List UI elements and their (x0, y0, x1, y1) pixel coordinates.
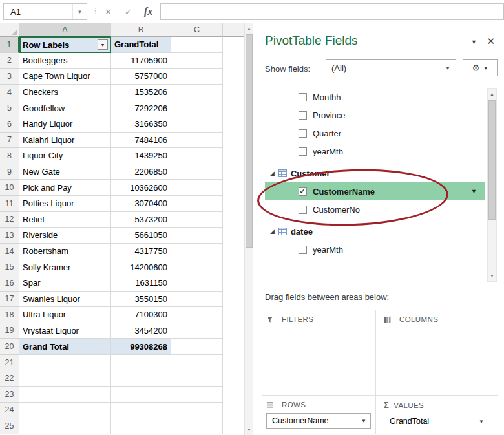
cell-customer-value[interactable]: 3454200 (111, 323, 171, 339)
rows-field-dropdown[interactable]: CustomerName ▼ (266, 413, 371, 429)
row-header-1[interactable]: 1 (0, 37, 19, 53)
field-row[interactable]: CustomerName▼ (265, 182, 485, 200)
columns-area[interactable]: COLUMNS (376, 310, 498, 395)
empty-cell[interactable] (19, 370, 111, 387)
name-box-dropdown-icon[interactable]: ▼ (72, 4, 87, 19)
insert-function-icon[interactable]: fx (138, 6, 158, 17)
row-header-20[interactable]: 20 (0, 339, 19, 355)
empty-cell[interactable] (171, 116, 223, 133)
cell-grandtotal-header[interactable]: GrandTotal (111, 37, 171, 53)
cell-grand-total-label[interactable]: Grand Total (19, 339, 111, 355)
empty-cell[interactable] (19, 403, 111, 419)
field-row[interactable]: Quarter (262, 124, 485, 142)
cell-customer-label[interactable]: New Gate (19, 164, 111, 180)
empty-cell[interactable] (171, 387, 223, 403)
empty-cell[interactable] (171, 292, 223, 308)
row-header-7[interactable]: 7 (0, 133, 19, 149)
empty-cell[interactable] (171, 85, 223, 101)
empty-cell[interactable] (171, 275, 223, 292)
cell-customer-value[interactable]: 11705900 (111, 53, 171, 69)
row-header-5[interactable]: 5 (0, 100, 19, 116)
empty-cell[interactable] (171, 180, 223, 196)
select-all-corner[interactable] (0, 23, 19, 37)
field-list-scrollbar[interactable]: ▲ ▼ (487, 88, 497, 282)
cell-customer-label[interactable]: Potties Liquor (19, 196, 111, 212)
row-header-2[interactable]: 2 (0, 53, 19, 69)
empty-cell[interactable] (171, 418, 223, 434)
tools-gear-button[interactable]: ⚙ ▼ (463, 59, 498, 76)
cell-customer-value[interactable]: 5373200 (111, 212, 171, 228)
table-expand-icon[interactable]: ◢ (270, 228, 275, 235)
cell-customer-value[interactable]: 4317750 (111, 244, 171, 260)
cell-customer-label[interactable]: Vrystaat Liquor (19, 323, 111, 339)
scroll-up-icon[interactable]: ▲ (488, 89, 496, 99)
row-header-10[interactable]: 10 (0, 180, 19, 196)
field-checkbox[interactable] (299, 129, 307, 138)
cancel-icon[interactable]: ✕ (98, 7, 118, 17)
field-checkbox[interactable] (299, 93, 307, 101)
cell-customer-value[interactable]: 14200600 (111, 259, 171, 275)
row-header-22[interactable]: 22 (0, 370, 19, 387)
field-table-row[interactable]: ◢Customer (262, 164, 485, 182)
cell-customer-label[interactable]: Riverside (19, 228, 111, 244)
cell-customer-label[interactable]: Cape Town Liquor (19, 69, 111, 85)
cell-customer-value[interactable]: 1535206 (111, 85, 171, 101)
table-expand-icon[interactable]: ◢ (270, 170, 275, 176)
row-header-9[interactable]: 9 (0, 164, 19, 180)
cell-customer-label[interactable]: Pick and Pay (19, 180, 111, 196)
filters-area[interactable]: FILTERS (262, 310, 376, 395)
row-header-15[interactable]: 15 (0, 259, 19, 275)
cell-customer-value[interactable]: 1439250 (111, 148, 171, 164)
row-header-11[interactable]: 11 (0, 196, 19, 212)
cell-customer-label[interactable]: Bootleggers (19, 53, 111, 69)
cell-customer-label[interactable]: Retief (19, 212, 111, 228)
empty-cell[interactable] (171, 148, 223, 164)
column-header-A[interactable]: A (19, 23, 111, 37)
formula-bar-input[interactable] (160, 3, 504, 20)
cell-customer-value[interactable]: 7292206 (111, 100, 171, 116)
row-header-18[interactable]: 18 (0, 307, 19, 323)
enter-icon[interactable]: ✓ (118, 7, 138, 17)
empty-cell[interactable] (171, 100, 223, 116)
empty-cell[interactable] (171, 164, 223, 180)
empty-cell[interactable] (19, 387, 111, 403)
scroll-down-icon[interactable]: ▼ (245, 425, 253, 434)
field-row[interactable]: yearMth (262, 142, 485, 160)
empty-cell[interactable] (171, 69, 223, 85)
field-checkbox[interactable] (299, 246, 307, 254)
cell-customer-value[interactable]: 1631150 (111, 275, 171, 292)
row-header-13[interactable]: 13 (0, 228, 19, 244)
chevron-down-icon[interactable]: ▼ (440, 65, 456, 71)
sheet-vertical-scrollbar[interactable]: ▲ ▼ (244, 23, 253, 435)
cell-customer-label[interactable]: Spar (19, 275, 111, 292)
empty-cell[interactable] (171, 244, 223, 260)
field-row[interactable]: yearMth (262, 240, 485, 259)
row-header-17[interactable]: 17 (0, 292, 19, 308)
field-row[interactable]: Monthh (262, 88, 485, 106)
scrollbar-thumb[interactable] (246, 34, 253, 248)
row-header-12[interactable]: 12 (0, 212, 19, 228)
column-header-B[interactable]: B (111, 23, 171, 37)
empty-cell[interactable] (171, 339, 223, 355)
empty-cell[interactable] (171, 355, 223, 371)
cell-customer-value[interactable]: 3550150 (111, 292, 171, 308)
cell-customer-label[interactable]: Robertsham (19, 244, 111, 260)
filter-dropdown-icon[interactable]: ▼ (98, 39, 108, 50)
row-header-8[interactable]: 8 (0, 148, 19, 164)
cell-customer-value[interactable]: 3166350 (111, 116, 171, 133)
cell-row-labels[interactable]: Row Labels▼ (19, 37, 111, 53)
scroll-down-icon[interactable]: ▼ (488, 271, 496, 281)
selected-field-dropdown-icon[interactable]: ▼ (471, 188, 477, 195)
empty-cell[interactable] (171, 228, 223, 244)
values-area[interactable]: Σ VALUES GrandTotal ▼ (376, 396, 498, 434)
pane-options-chevron-icon[interactable]: ▼ (471, 39, 477, 45)
cell-customer-label[interactable]: Goodfellow (19, 100, 111, 116)
cell-customer-label[interactable]: Ultra Liquor (19, 307, 111, 323)
field-table-row[interactable]: ◢datee (262, 222, 485, 240)
cell-customer-label[interactable]: Handy Liquor (19, 116, 111, 133)
cell-grand-total-value[interactable]: 99308268 (111, 339, 171, 355)
empty-cell[interactable] (171, 259, 223, 275)
scrollbar-thumb[interactable] (488, 100, 496, 220)
field-checkbox[interactable] (299, 147, 307, 156)
cell-customer-label[interactable]: Liquor City (19, 148, 111, 164)
